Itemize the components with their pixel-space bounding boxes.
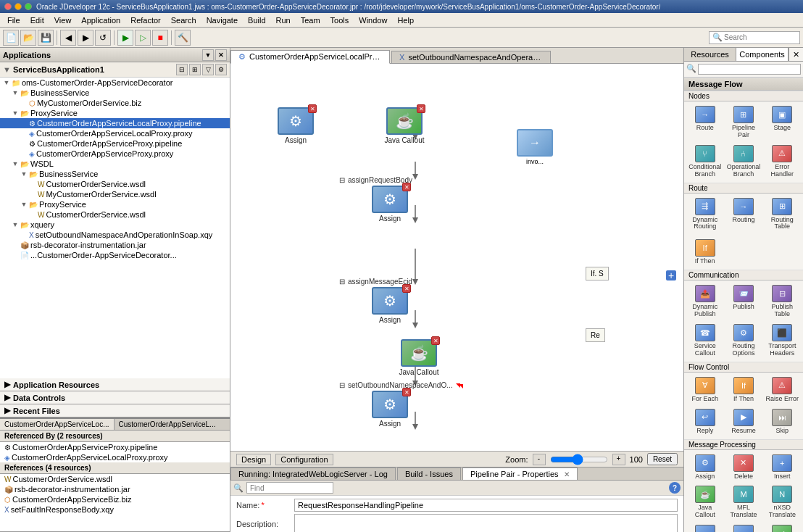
tree-proxy-pipeline[interactable]: ⚙ CustomerOrderAppServiceProxy.pipeline	[0, 138, 230, 149]
close-button[interactable]	[4, 3, 12, 10]
plus-handle[interactable]: +	[666, 270, 676, 280]
tree-localproxy-proxy[interactable]: ◈ CustomerOrderAppServiceLocalProxy.prox…	[0, 128, 230, 138]
comp-replace[interactable]: ↔ Replace	[724, 522, 762, 532]
tree-xqy[interactable]: X setOutboundNamespaceAndOperationInSoap…	[0, 230, 230, 240]
comp-java-callout[interactable]: ☕ Java Callout	[686, 483, 724, 522]
node-invoke[interactable]: → invo...	[506, 129, 564, 165]
pipeline-container[interactable]: ✕ ⚙ Assign ✕ ☕ Java Callout →	[230, 64, 683, 451]
comp-transport-headers[interactable]: ⬛ Transport Headers	[763, 321, 802, 360]
node-javacallout1[interactable]: ✕ ☕ Java Callout	[375, 107, 433, 144]
if-branch-label[interactable]: If. S	[586, 267, 609, 280]
right-panel-close[interactable]: ✕	[789, 48, 803, 61]
toolbar-open[interactable]: 📂	[20, 30, 36, 46]
ref-item-2[interactable]: ◈ CustomerOrderAppServiceLocalProxy.prox…	[0, 452, 230, 462]
comp-assign[interactable]: ⚙ Assign	[686, 452, 724, 483]
comp-for-each[interactable]: ∀ For Each	[686, 374, 724, 406]
comp-routing-options[interactable]: ⚙ Routing Options	[724, 321, 762, 360]
comp-delete[interactable]: ✕ Delete	[724, 452, 762, 483]
btab-props[interactable]: Pipeline Pair - Properties ✕	[462, 467, 578, 480]
name-input[interactable]	[294, 499, 678, 512]
node-assign1[interactable]: ✕ ⚙ Assign	[267, 107, 325, 144]
design-tab[interactable]: Design	[236, 454, 271, 465]
tree-wsdl2[interactable]: W MyCustomerOrderService.wsdl	[0, 189, 230, 199]
proj-filter[interactable]: ▽	[202, 64, 214, 75]
comp-op-branch[interactable]: ⑃ Operational Branch	[724, 142, 762, 181]
node-close-btn5[interactable]: ✕	[431, 336, 440, 345]
toolbar-new[interactable]: 📄	[3, 30, 19, 46]
comp-routing[interactable]: → Routing	[724, 195, 762, 234]
comp-mfl[interactable]: M MFL Translate	[724, 483, 762, 522]
comp-if-then-route[interactable]: If If Then	[686, 236, 724, 268]
menu-application[interactable]: Application	[77, 14, 125, 26]
maximize-button[interactable]	[25, 3, 32, 10]
comp-raise-error[interactable]: ⚠ Raise Error	[763, 374, 802, 406]
node-javacallout2[interactable]: ✕ ☕ Java Callout	[390, 339, 448, 376]
ref-tab1[interactable]: CustomerOrderAppServiceLoc...	[0, 419, 115, 430]
menu-window[interactable]: Window	[354, 14, 391, 26]
tree-mybiz[interactable]: ⬡ MyCustomerOrderService.biz	[0, 98, 230, 108]
comp-routing-table[interactable]: ⊞ Routing Table	[763, 195, 802, 234]
projects-close-btn[interactable]: ✕	[215, 49, 227, 61]
search-input[interactable]	[724, 33, 796, 41]
tree-wsdl1[interactable]: W CustomerOrderService.wsdl	[0, 179, 230, 189]
comp-nxsd[interactable]: N nXSD Translate	[763, 483, 802, 522]
comp-pipeline-pair[interactable]: ⊞ Pipeline Pair	[724, 103, 762, 142]
right-search-input[interactable]	[698, 64, 801, 75]
btab-props-close[interactable]: ✕	[564, 470, 570, 478]
node-close-btn3[interactable]: ✕	[402, 183, 411, 191]
tree-proxy-proxy[interactable]: ◈ CustomerOrderAppServiceProxy.proxy	[0, 149, 230, 159]
node-assign2[interactable]: ✕ ⚙ Assign	[361, 186, 419, 223]
comp-dynamic-publish[interactable]: 📤 Dynamic Publish	[686, 282, 724, 321]
comp-service-callout[interactable]: ☎ Service Callout	[686, 321, 724, 360]
tree-businessservice[interactable]: ▼ 📂 BusinessService	[0, 88, 230, 98]
comp-publish[interactable]: 📨 Publish	[724, 282, 762, 321]
menu-tools[interactable]: Tools	[326, 14, 354, 26]
toolbar-save[interactable]: 💾	[38, 30, 54, 46]
node-close-btn[interactable]: ✕	[308, 104, 317, 113]
tree-xquery[interactable]: ▼ 📂 xquery	[0, 220, 230, 230]
expand-icon2[interactable]: ⊟	[339, 278, 345, 286]
menu-refactor[interactable]: Refactor	[126, 14, 165, 26]
expand-icon[interactable]: ⊟	[339, 176, 345, 184]
zoom-slider[interactable]	[550, 457, 608, 462]
comp-skip[interactable]: ⏭ Skip	[763, 406, 802, 438]
comp-publish-table[interactable]: ⊟ Publish Table	[763, 282, 802, 321]
proj-collapse-all[interactable]: ⊟	[176, 64, 188, 75]
zoom-out-btn[interactable]: -	[533, 454, 546, 465]
menu-run[interactable]: Run	[272, 14, 295, 26]
menu-help[interactable]: Help	[393, 14, 418, 26]
minimize-button[interactable]	[14, 3, 22, 10]
comp-dynamic-routing[interactable]: ⇶ Dynamic Routing	[686, 195, 724, 234]
recent-files-header[interactable]: ▶ Recent Files	[0, 404, 230, 417]
toolbar-stop[interactable]: ■	[152, 30, 168, 46]
tab-xqy[interactable]: X setOutboundNamespaceAndOperationInSoap…	[391, 51, 551, 63]
menu-search[interactable]: Search	[167, 14, 201, 26]
tree-jar[interactable]: 📦 rsb-decorator-instrumentation.jar	[0, 240, 230, 250]
btab-log[interactable]: Running: IntegratedWebLogicServer - Log	[230, 467, 396, 480]
proj-settings[interactable]: ⚙	[215, 64, 227, 75]
ref-item-4[interactable]: 📦 rsb-decorator-instrumentation.jar	[0, 484, 230, 494]
tree-localproxy-pipeline[interactable]: ⚙ CustomerOrderAppServiceLocalProxy.pipe…	[0, 118, 230, 128]
node-assign3[interactable]: ✕ ⚙ Assign	[361, 287, 419, 324]
toolbar-run[interactable]: ▶	[117, 30, 133, 46]
tree-project-root[interactable]: ▼ 📁 oms-CustomerOrder-AppServiceDecorato…	[0, 78, 230, 88]
references-header[interactable]: References (4 resources)	[0, 462, 230, 474]
zoom-reset-btn[interactable]: Reset	[647, 453, 678, 465]
menu-file[interactable]: File	[3, 14, 25, 26]
toolbar-back[interactable]: ◀	[60, 30, 76, 46]
comp-cond-branch[interactable]: ⑂ Conditional Branch	[686, 142, 724, 181]
comp-if-then[interactable]: If If Then	[724, 374, 762, 406]
tree-wsdl[interactable]: ▼ 📂 WSDL	[0, 159, 230, 169]
app-resources-header[interactable]: ▶ Application Resources	[0, 378, 230, 391]
tab-pipeline[interactable]: ⚙ CustomerOrderAppServiceLocalProxy.pipe…	[230, 50, 390, 64]
toolbar-debug[interactable]: ▷	[135, 30, 151, 46]
help-button[interactable]: ?	[669, 482, 681, 494]
re-branch-label[interactable]: Re	[586, 328, 605, 342]
ref-item-3[interactable]: W CustomerOrderService.wsdl	[0, 474, 230, 484]
desc-textarea[interactable]	[294, 514, 678, 532]
comp-reply[interactable]: ↩ Reply	[686, 406, 724, 438]
config-tab[interactable]: Configuration	[275, 454, 333, 465]
comp-resume[interactable]: ▶ Resume	[724, 406, 762, 438]
tree-misc[interactable]: 📄 ...CustomerOrder-AppServiceDecorator..…	[0, 250, 230, 260]
node-close-btn4[interactable]: ✕	[402, 284, 411, 293]
